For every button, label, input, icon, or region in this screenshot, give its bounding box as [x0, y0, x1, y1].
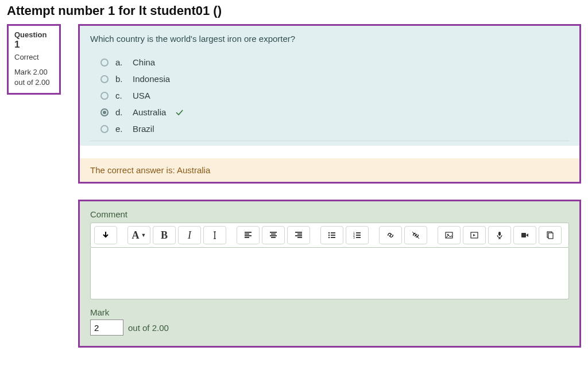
media-icon[interactable]: [463, 226, 486, 244]
editor-toolbar: A▼BI123: [90, 223, 569, 248]
answer-option[interactable]: d.Australia: [100, 104, 569, 120]
question-text: Which country is the world's largest iro…: [90, 34, 569, 44]
answer-text: Australia: [133, 107, 166, 117]
align-center-icon[interactable]: [262, 226, 285, 244]
numbered-list-icon[interactable]: 123: [346, 226, 369, 244]
svg-point-2: [328, 237, 330, 239]
answer-text: USA: [133, 91, 150, 100]
answer-option[interactable]: b.Indonesia: [100, 71, 569, 87]
feedback-text: The correct answer is: Australia: [80, 158, 579, 182]
text-cursor-icon[interactable]: [203, 226, 226, 244]
answer-text: Brazil: [133, 124, 154, 134]
comment-label: Comment: [90, 209, 569, 219]
grading-panel: Comment A▼BI123 Mark out of 2.00: [78, 200, 581, 348]
answer-list: a.Chinab.Indonesiac.USAd.Australiae.Braz…: [90, 54, 569, 141]
question-panel: Which country is the world's largest iro…: [78, 24, 581, 184]
answer-option[interactable]: c.USA: [100, 87, 569, 104]
mark-label: Mark: [90, 307, 569, 317]
paragraph-style-icon[interactable]: A▼: [127, 226, 150, 244]
answer-option[interactable]: a.China: [100, 54, 569, 71]
toggle-toolbar-icon[interactable]: [94, 226, 117, 244]
video-icon[interactable]: [513, 226, 536, 244]
italic-icon[interactable]: I: [178, 226, 201, 244]
svg-point-0: [328, 232, 330, 234]
answer-letter: c.: [115, 91, 126, 100]
page-title: Attempt number 1 for lt student01 (): [7, 3, 581, 18]
svg-point-1: [328, 235, 330, 236]
radio-icon[interactable]: [100, 92, 109, 100]
unlink-icon[interactable]: [404, 226, 427, 244]
answer-text: China: [133, 57, 155, 67]
radio-icon[interactable]: [100, 75, 109, 83]
svg-rect-12: [548, 233, 553, 239]
answer-letter: b.: [115, 74, 126, 84]
question-mark-summary: Mark 2.00 out of 2.00: [14, 67, 53, 87]
question-number: Question 1: [14, 30, 53, 50]
link-icon[interactable]: [379, 226, 402, 244]
svg-rect-9: [498, 232, 501, 236]
comment-editor[interactable]: [90, 248, 569, 299]
svg-text:3: 3: [353, 236, 355, 239]
answer-text: Indonesia: [133, 74, 170, 84]
align-right-icon[interactable]: [287, 226, 310, 244]
microphone-icon[interactable]: [488, 226, 511, 244]
svg-rect-10: [521, 233, 526, 237]
align-left-icon[interactable]: [237, 226, 260, 244]
files-icon[interactable]: [539, 226, 562, 244]
question-status: Correct: [14, 53, 53, 61]
mark-out-of: out of 2.00: [128, 323, 169, 333]
bullet-list-icon[interactable]: [320, 226, 343, 244]
answer-letter: a.: [115, 57, 126, 67]
answer-option[interactable]: e.Brazil: [100, 120, 569, 137]
question-info-box: Question 1 Correct Mark 2.00 out of 2.00: [7, 24, 61, 95]
mark-input[interactable]: [90, 319, 123, 336]
radio-icon[interactable]: [100, 125, 109, 133]
radio-icon[interactable]: [100, 108, 109, 116]
image-icon[interactable]: [438, 226, 461, 244]
radio-icon[interactable]: [100, 59, 109, 67]
bold-icon[interactable]: B: [153, 226, 176, 244]
check-icon: [175, 108, 184, 116]
answer-letter: d.: [115, 107, 126, 117]
answer-letter: e.: [115, 124, 126, 134]
